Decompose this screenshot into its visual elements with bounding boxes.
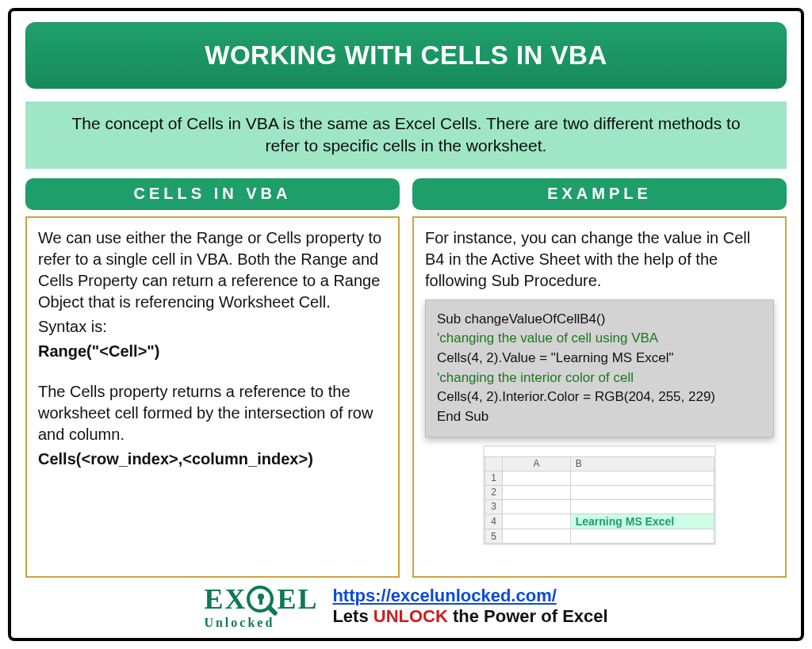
- code-line: Sub changeValueOfCellB4(): [437, 310, 762, 330]
- col-header-a: A: [503, 456, 571, 471]
- left-paragraph-1: We can use either the Range or Cells pro…: [38, 227, 387, 313]
- corner-cell: [485, 456, 503, 471]
- footer-link[interactable]: https://excelunlocked.com/: [332, 586, 556, 606]
- row-header: 5: [485, 529, 503, 544]
- footer: E X E L Unlocked https://excelunlocked.c…: [25, 582, 787, 632]
- cells-syntax: Cells(<row_index>,<column_index>): [38, 449, 387, 470]
- logo-e: E: [204, 582, 223, 616]
- row-header: 2: [485, 485, 503, 499]
- row-header: 4: [485, 513, 503, 529]
- cell-b4: Learning MS Excel: [570, 513, 714, 529]
- page-title: WORKING WITH CELLS IN VBA: [25, 22, 787, 89]
- row-header: 1: [485, 471, 503, 485]
- code-comment: 'changing the value of cell using VBA: [437, 329, 762, 349]
- example-intro: For instance, you can change the value i…: [425, 227, 774, 292]
- document-frame: WORKING WITH CELLS IN VBA The concept of…: [8, 8, 804, 641]
- left-section-body: We can use either the Range or Cells pro…: [25, 216, 400, 578]
- magnifier-icon: [247, 586, 274, 613]
- tagline-unlock: UNLOCK: [373, 606, 448, 626]
- logo-l: L: [297, 582, 316, 616]
- range-syntax: Range("<Cell>"): [38, 341, 387, 362]
- tagline-post: the Power of Excel: [448, 606, 608, 626]
- mini-spreadsheet: A B 1 2 3 4Learning MS Excel 5: [483, 445, 716, 546]
- logo-subtitle: Unlocked: [204, 616, 274, 630]
- col-header-b: B: [570, 456, 714, 471]
- content-columns: CELLS IN VBA We can use either the Range…: [25, 178, 787, 578]
- logo-x: X: [224, 582, 245, 616]
- right-column: EXAMPLE For instance, you can change the…: [412, 178, 787, 578]
- code-comment: 'changing the interior color of cell: [437, 368, 762, 388]
- footer-tagline: Lets UNLOCK the Power of Excel: [332, 606, 607, 627]
- logo-e2: E: [277, 582, 296, 616]
- footer-text-block: https://excelunlocked.com/ Lets UNLOCK t…: [332, 586, 607, 627]
- right-section-header: EXAMPLE: [412, 178, 787, 210]
- left-paragraph-2: The Cells property returns a reference t…: [38, 381, 387, 445]
- code-line: Cells(4, 2).Interior.Color = RGB(204, 25…: [437, 387, 762, 407]
- code-block: Sub changeValueOfCellB4() 'changing the …: [425, 300, 774, 437]
- right-section-body: For instance, you can change the value i…: [412, 216, 787, 578]
- code-line: Cells(4, 2).Value = "Learning MS Excel": [437, 349, 762, 368]
- code-line: End Sub: [437, 407, 762, 427]
- syntax-label: Syntax is:: [38, 316, 387, 338]
- brand-logo: E X E L Unlocked: [204, 582, 316, 630]
- tagline-pre: Lets: [332, 606, 373, 626]
- intro-text: The concept of Cells in VBA is the same …: [25, 101, 787, 169]
- left-section-header: CELLS IN VBA: [25, 178, 400, 210]
- row-header: 3: [485, 499, 503, 513]
- left-column: CELLS IN VBA We can use either the Range…: [25, 178, 400, 578]
